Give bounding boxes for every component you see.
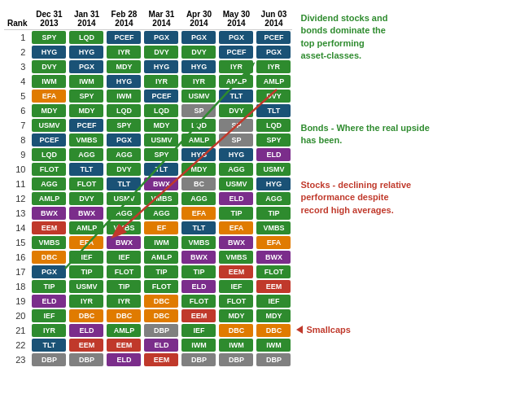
ticker-badge: IWM bbox=[181, 339, 216, 352]
ticker-cell: IEF bbox=[255, 294, 292, 308]
ticker-badge: FLOT bbox=[32, 163, 66, 176]
ticker-cell: EFA bbox=[255, 235, 292, 250]
ticker-badge: MDY bbox=[107, 60, 141, 73]
ticker-badge: IEF bbox=[107, 251, 141, 264]
ticker-badge: VMBS bbox=[181, 236, 216, 249]
ticker-badge: DVY bbox=[69, 192, 103, 205]
ticker-badge: BWX bbox=[32, 207, 66, 220]
ticker-badge: AMLP bbox=[256, 75, 291, 88]
ticker-badge: HYG bbox=[69, 46, 103, 59]
ticker-badge: SPY bbox=[144, 148, 178, 161]
ticker-cell: PGX bbox=[68, 59, 105, 74]
ticker-badge: TLT bbox=[32, 339, 66, 352]
ticker-cell: EEM bbox=[105, 338, 142, 352]
rank-cell: 13 bbox=[4, 206, 30, 221]
ticker-badge: USMV bbox=[256, 163, 291, 176]
table-row: 15VMBSEFABWXIWMVMBSBWXEFA bbox=[4, 235, 292, 250]
ticker-badge: EEM bbox=[181, 309, 216, 322]
table-row: 9LQDAGGAGGSPYHYGHYGELD bbox=[4, 147, 292, 162]
table-row: 12AMLPDVYUSMVVMBSAGGELDAGG bbox=[4, 191, 292, 206]
ticker-cell: LQD bbox=[68, 30, 105, 46]
ticker-cell: EFA bbox=[68, 235, 105, 250]
ticker-cell: ELD bbox=[105, 352, 142, 367]
table-row: 17PGXTIPFLOTTIPTIPEEMFLOT bbox=[4, 265, 292, 279]
ticker-badge: EFA bbox=[181, 207, 216, 220]
ticker-badge: PCEF bbox=[107, 31, 141, 44]
ticker-cell: PCEF bbox=[255, 30, 292, 46]
ticker-cell: USMV bbox=[30, 118, 68, 133]
ticker-badge: DBC bbox=[256, 324, 291, 337]
annotation-bonds-text: Bonds - Where the real upside has been. bbox=[300, 123, 429, 145]
ticker-cell: VMBS bbox=[255, 221, 292, 235]
ticker-badge: IWM bbox=[219, 339, 253, 352]
ticker-badge: BWX bbox=[256, 251, 291, 264]
ticker-cell: EEM bbox=[180, 308, 217, 323]
ticker-badge: AGG bbox=[219, 163, 253, 176]
ticker-cell: SPY bbox=[255, 133, 292, 147]
ticker-badge: DBP bbox=[69, 353, 103, 366]
ticker-badge: AGG bbox=[144, 207, 178, 220]
ticker-cell: DBC bbox=[105, 308, 142, 323]
ticker-cell: AGG bbox=[105, 206, 142, 221]
ticker-badge: DVY bbox=[219, 104, 253, 117]
rank-cell: 5 bbox=[4, 89, 30, 103]
ticker-cell: IWM bbox=[255, 338, 292, 352]
ticker-cell: HYG bbox=[180, 147, 217, 162]
ticker-badge: IYR bbox=[181, 75, 216, 88]
ticker-cell: DVY bbox=[217, 103, 255, 118]
ticker-cell: MDY bbox=[142, 118, 180, 133]
ticker-cell: EFA bbox=[217, 221, 255, 235]
ticker-cell: HYG bbox=[255, 177, 292, 191]
ticker-cell: PCEF bbox=[68, 118, 105, 133]
ticker-cell: DBC bbox=[217, 323, 255, 338]
rank-cell: 14 bbox=[4, 221, 30, 235]
ticker-badge: SP bbox=[219, 133, 253, 147]
ticker-cell: ELD bbox=[30, 294, 68, 308]
ticker-badge: IEF bbox=[32, 309, 66, 322]
ticker-cell: SPY bbox=[105, 118, 142, 133]
ticker-cell: DVY bbox=[255, 89, 292, 103]
ticker-badge: HYG bbox=[219, 148, 253, 161]
ticker-cell: SPY bbox=[142, 147, 180, 162]
ticker-badge: AMLP bbox=[219, 75, 253, 88]
ticker-badge: AMLP bbox=[32, 192, 66, 205]
performance-table: Rank Dec 312013 Jan 312014 Feb 282014 Ma… bbox=[4, 8, 292, 367]
ticker-badge: FLOT bbox=[219, 295, 253, 308]
ticker-cell: BWX bbox=[180, 250, 217, 265]
ticker-cell: HYG bbox=[217, 147, 255, 162]
rank-cell: 11 bbox=[4, 177, 30, 191]
ticker-cell: IYR bbox=[180, 74, 217, 89]
ticker-badge: TIP bbox=[69, 265, 103, 278]
ticker-cell: ELD bbox=[142, 338, 180, 352]
ticker-cell: EEM bbox=[217, 265, 255, 279]
ticker-cell: IWM bbox=[105, 89, 142, 103]
table-row: 4IWMIWMHYGIYRIYRAMLPAMLP bbox=[4, 74, 292, 89]
ticker-cell: TLT bbox=[142, 162, 180, 177]
ticker-badge: USMV bbox=[219, 177, 253, 190]
ticker-badge: IWM bbox=[32, 75, 66, 88]
col-dec13: Dec 312013 bbox=[30, 8, 68, 30]
annotation-stocks: Stocks - declining relative performance … bbox=[300, 179, 411, 217]
ticker-badge: AMLP bbox=[181, 133, 216, 147]
ticker-badge: IWM bbox=[107, 90, 141, 103]
ticker-badge: PGX bbox=[69, 60, 103, 73]
ticker-cell: BWX bbox=[217, 235, 255, 250]
ticker-badge: AMLP bbox=[144, 251, 178, 264]
table-row: 13BWXBWXAGGAGGEFATIPTIP bbox=[4, 206, 292, 221]
ticker-cell: PGX bbox=[255, 45, 292, 59]
ticker-cell: AGG bbox=[68, 147, 105, 162]
ticker-badge: PGX bbox=[219, 31, 253, 44]
ticker-cell: HYG bbox=[180, 59, 217, 74]
ticker-cell: IYR bbox=[105, 294, 142, 308]
ticker-badge: PGX bbox=[144, 31, 178, 44]
rank-cell: 7 bbox=[4, 118, 30, 133]
ticker-cell: LQD bbox=[105, 103, 142, 118]
table-row: 22TLTEEMEEMELDIWMIWMIWM bbox=[4, 338, 292, 352]
ticker-cell: MDY bbox=[255, 308, 292, 323]
rank-cell: 4 bbox=[4, 74, 30, 89]
ticker-cell: ELD bbox=[255, 147, 292, 162]
ticker-badge: SPY bbox=[69, 90, 103, 103]
rank-cell: 16 bbox=[4, 250, 30, 265]
table-row: 8PCEFVMBSPGXUSMVAMLPSPSPY bbox=[4, 133, 292, 147]
ticker-cell: AMLP bbox=[30, 191, 68, 206]
